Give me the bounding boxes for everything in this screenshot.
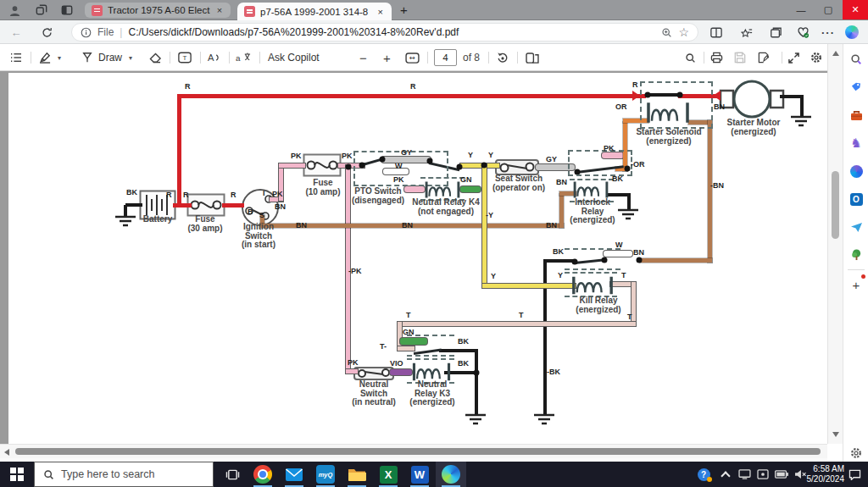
add-text-icon[interactable]: T bbox=[178, 50, 192, 65]
games-icon[interactable]: ♞ bbox=[848, 135, 865, 152]
page-count-label: of 8 bbox=[463, 50, 480, 65]
task-view-button[interactable] bbox=[219, 462, 246, 487]
save-as-icon[interactable] bbox=[758, 50, 771, 65]
zoom-out-icon[interactable]: − bbox=[359, 50, 367, 65]
tab-close-icon[interactable]: × bbox=[215, 5, 224, 15]
windows-logo-icon bbox=[10, 468, 24, 481]
info-icon[interactable] bbox=[81, 27, 92, 38]
url-field[interactable]: File | C:/Users/dickf/Downloads/p7-56A%2… bbox=[71, 23, 698, 42]
tab-close-icon[interactable]: × bbox=[376, 7, 385, 17]
window-minimize-button[interactable]: — bbox=[788, 0, 814, 19]
tab-tractor-pdf[interactable]: Tractor 1975 A-60 Electric Horse × bbox=[85, 3, 231, 18]
address-bar: ← File | C:/Users/dickf/Downloads/p7-56A… bbox=[0, 20, 868, 44]
tree-icon[interactable] bbox=[848, 246, 865, 263]
print-icon[interactable] bbox=[710, 50, 723, 65]
pdf-settings-gear-icon[interactable] bbox=[810, 50, 822, 65]
mail-icon bbox=[285, 468, 303, 482]
tab-actions-icon[interactable] bbox=[59, 3, 75, 18]
copilot-icon[interactable] bbox=[844, 25, 860, 40]
fit-to-width-icon[interactable]: ↔ bbox=[405, 50, 420, 65]
search-document-icon[interactable] bbox=[685, 50, 696, 65]
microsoft-365-icon[interactable] bbox=[848, 163, 865, 180]
pdf-viewer bbox=[0, 71, 827, 444]
zoom-in-icon[interactable]: + bbox=[383, 50, 391, 65]
taskbar-file-explorer-button[interactable] bbox=[342, 462, 372, 487]
refresh-icon[interactable] bbox=[39, 25, 54, 40]
draw-button[interactable]: Draw bbox=[98, 50, 122, 65]
search-placeholder: Type here to search bbox=[61, 468, 154, 480]
search-icon bbox=[43, 469, 54, 480]
ask-copilot-button[interactable]: Ask Copilot bbox=[268, 50, 320, 65]
settings-more-icon[interactable]: ··· bbox=[821, 25, 836, 40]
url-scheme-label: File bbox=[97, 26, 114, 38]
translate-icon[interactable]: a bbox=[236, 50, 251, 65]
table-of-contents-icon[interactable] bbox=[10, 50, 22, 65]
horizontal-scroll-thumb[interactable] bbox=[15, 448, 821, 455]
highlighter-dropdown-icon[interactable]: ▾ bbox=[58, 50, 61, 65]
svg-text:a: a bbox=[236, 53, 241, 63]
rotate-icon[interactable] bbox=[497, 50, 509, 65]
profile-avatar-icon[interactable] bbox=[7, 3, 22, 18]
taskbar-edge-button[interactable] bbox=[436, 462, 466, 487]
sidebar-settings-gear-icon[interactable] bbox=[848, 445, 865, 462]
taskbar-search-box[interactable]: Type here to search bbox=[34, 462, 214, 487]
vertical-scroll-thumb[interactable] bbox=[832, 171, 839, 239]
vertical-scrollbar[interactable] bbox=[827, 44, 843, 444]
eraser-icon[interactable] bbox=[149, 50, 162, 65]
excel-icon: X bbox=[380, 466, 398, 484]
collections-icon[interactable] bbox=[768, 25, 783, 40]
search-icon[interactable] bbox=[848, 51, 865, 68]
taskbar-clock[interactable]: 6:58 AM 5/20/2024 bbox=[807, 462, 845, 487]
zoom-page-icon[interactable] bbox=[661, 27, 672, 38]
battery-tray-icon[interactable] bbox=[775, 468, 788, 480]
pdf-favicon bbox=[244, 6, 255, 17]
taskbar-word-button[interactable]: W bbox=[404, 462, 435, 487]
pdf-favicon bbox=[92, 5, 103, 16]
browser-essentials-icon[interactable] bbox=[795, 25, 810, 40]
tab-p7-56a-pdf[interactable]: p7-56A 1999-2001 314-8 Rev'd.p × bbox=[237, 3, 392, 20]
svg-text:A: A bbox=[208, 53, 214, 63]
draw-dropdown-icon[interactable]: ▾ bbox=[129, 50, 132, 65]
action-center-icon[interactable] bbox=[848, 468, 861, 480]
help-tray-icon[interactable]: ? bbox=[697, 468, 710, 480]
split-screen-icon[interactable] bbox=[709, 25, 724, 40]
show-hidden-icons-chevron[interactable] bbox=[719, 468, 732, 480]
shopping-icon[interactable] bbox=[848, 79, 865, 96]
window-close-button[interactable]: ✕ bbox=[843, 0, 868, 19]
workspaces-icon[interactable] bbox=[34, 3, 49, 18]
page-number-input[interactable] bbox=[434, 49, 457, 66]
clock-time: 6:58 AM bbox=[813, 464, 844, 474]
favorites-bar-icon[interactable] bbox=[739, 25, 754, 40]
save-icon bbox=[734, 50, 746, 65]
back-icon[interactable]: ← bbox=[8, 25, 24, 40]
add-sidebar-item-icon[interactable]: + bbox=[848, 276, 865, 293]
browser-title-bar: Tractor 1975 A-60 Electric Horse × p7-56… bbox=[0, 0, 868, 20]
taskbar-excel-button[interactable]: X bbox=[373, 462, 403, 487]
taskbar-myq-button[interactable]: myQ bbox=[310, 462, 341, 487]
new-tab-button[interactable]: + bbox=[400, 3, 408, 17]
window-maximize-button[interactable]: ▢ bbox=[815, 0, 841, 19]
myq-icon: myQ bbox=[316, 465, 335, 484]
windows-ink-tray-icon[interactable] bbox=[756, 468, 770, 480]
windows-taskbar: Type here to search myQ X W ? 6:58 A bbox=[0, 462, 868, 487]
taskbar-mail-button[interactable] bbox=[279, 462, 309, 487]
display-tray-icon[interactable] bbox=[737, 468, 751, 480]
outlook-icon[interactable]: O bbox=[848, 191, 865, 208]
horizontal-scrollbar[interactable] bbox=[0, 444, 827, 458]
highlighter-icon[interactable] bbox=[39, 50, 52, 65]
favorite-star-icon[interactable]: ☆ bbox=[678, 25, 689, 39]
draw-pen-icon[interactable] bbox=[81, 50, 93, 65]
scroll-left-icon[interactable] bbox=[4, 449, 9, 456]
start-button[interactable] bbox=[0, 462, 34, 487]
read-aloud-icon[interactable]: A bbox=[207, 50, 221, 65]
taskbar-chrome-button[interactable] bbox=[248, 462, 278, 487]
fullscreen-icon[interactable] bbox=[788, 50, 799, 65]
url-text: C:/Users/dickf/Downloads/p7-56A%201999-2… bbox=[128, 26, 655, 38]
pdf-toolbar: ▾ Draw ▾ T A a Ask Copilot − + ↔ of 8 bbox=[0, 44, 827, 71]
volume-muted-tray-icon[interactable] bbox=[793, 468, 807, 480]
toolbox-icon[interactable] bbox=[848, 107, 865, 124]
scroll-up-icon[interactable] bbox=[832, 51, 839, 56]
page-view-icon[interactable] bbox=[526, 50, 539, 65]
drop-icon[interactable] bbox=[848, 219, 865, 235]
scroll-down-icon[interactable] bbox=[832, 432, 839, 437]
